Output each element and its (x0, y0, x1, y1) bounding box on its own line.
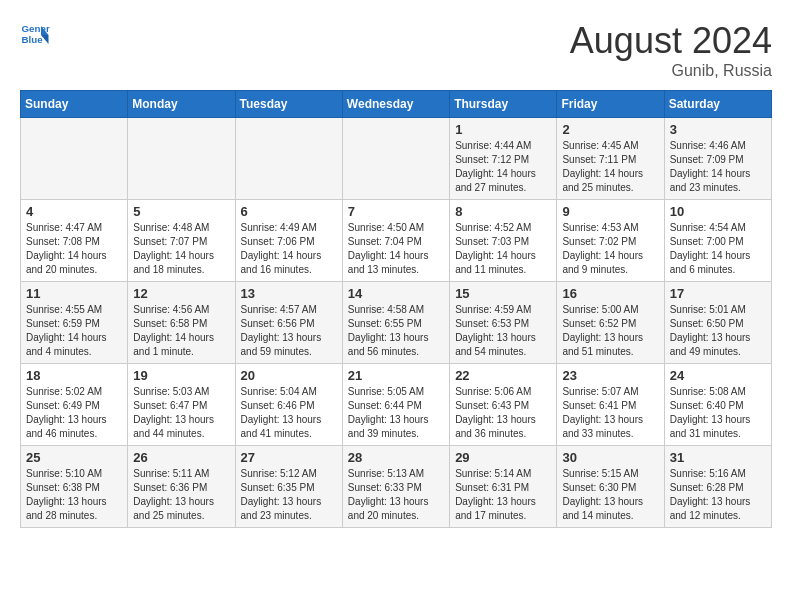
day-number: 12 (133, 286, 229, 301)
week-row-2: 4Sunrise: 4:47 AM Sunset: 7:08 PM Daylig… (21, 200, 772, 282)
day-info: Sunrise: 4:53 AM Sunset: 7:02 PM Dayligh… (562, 221, 658, 277)
day-number: 17 (670, 286, 766, 301)
day-cell: 30Sunrise: 5:15 AM Sunset: 6:30 PM Dayli… (557, 446, 664, 528)
col-header-wednesday: Wednesday (342, 91, 449, 118)
day-number: 19 (133, 368, 229, 383)
month-title: August 2024 (570, 20, 772, 62)
day-cell: 28Sunrise: 5:13 AM Sunset: 6:33 PM Dayli… (342, 446, 449, 528)
day-cell: 10Sunrise: 4:54 AM Sunset: 7:00 PM Dayli… (664, 200, 771, 282)
logo-icon: General Blue (20, 20, 50, 50)
day-number: 8 (455, 204, 551, 219)
day-info: Sunrise: 4:50 AM Sunset: 7:04 PM Dayligh… (348, 221, 444, 277)
day-cell: 14Sunrise: 4:58 AM Sunset: 6:55 PM Dayli… (342, 282, 449, 364)
day-number: 3 (670, 122, 766, 137)
week-row-3: 11Sunrise: 4:55 AM Sunset: 6:59 PM Dayli… (21, 282, 772, 364)
day-cell: 27Sunrise: 5:12 AM Sunset: 6:35 PM Dayli… (235, 446, 342, 528)
page-header: General Blue August 2024 Gunib, Russia (20, 20, 772, 80)
day-number: 21 (348, 368, 444, 383)
day-cell: 12Sunrise: 4:56 AM Sunset: 6:58 PM Dayli… (128, 282, 235, 364)
day-cell: 21Sunrise: 5:05 AM Sunset: 6:44 PM Dayli… (342, 364, 449, 446)
day-number: 6 (241, 204, 337, 219)
day-info: Sunrise: 5:05 AM Sunset: 6:44 PM Dayligh… (348, 385, 444, 441)
day-cell: 16Sunrise: 5:00 AM Sunset: 6:52 PM Dayli… (557, 282, 664, 364)
day-number: 29 (455, 450, 551, 465)
day-info: Sunrise: 5:11 AM Sunset: 6:36 PM Dayligh… (133, 467, 229, 523)
day-cell: 2Sunrise: 4:45 AM Sunset: 7:11 PM Daylig… (557, 118, 664, 200)
day-number: 5 (133, 204, 229, 219)
day-info: Sunrise: 4:55 AM Sunset: 6:59 PM Dayligh… (26, 303, 122, 359)
day-info: Sunrise: 5:14 AM Sunset: 6:31 PM Dayligh… (455, 467, 551, 523)
day-cell (342, 118, 449, 200)
logo: General Blue (20, 20, 52, 50)
day-number: 4 (26, 204, 122, 219)
calendar-table: SundayMondayTuesdayWednesdayThursdayFrid… (20, 90, 772, 528)
day-info: Sunrise: 4:56 AM Sunset: 6:58 PM Dayligh… (133, 303, 229, 359)
day-number: 16 (562, 286, 658, 301)
day-cell (21, 118, 128, 200)
header-row: SundayMondayTuesdayWednesdayThursdayFrid… (21, 91, 772, 118)
day-cell: 4Sunrise: 4:47 AM Sunset: 7:08 PM Daylig… (21, 200, 128, 282)
day-cell: 23Sunrise: 5:07 AM Sunset: 6:41 PM Dayli… (557, 364, 664, 446)
day-number: 10 (670, 204, 766, 219)
day-number: 13 (241, 286, 337, 301)
day-info: Sunrise: 5:10 AM Sunset: 6:38 PM Dayligh… (26, 467, 122, 523)
day-cell: 29Sunrise: 5:14 AM Sunset: 6:31 PM Dayli… (450, 446, 557, 528)
day-number: 2 (562, 122, 658, 137)
day-number: 23 (562, 368, 658, 383)
day-info: Sunrise: 4:58 AM Sunset: 6:55 PM Dayligh… (348, 303, 444, 359)
day-number: 28 (348, 450, 444, 465)
col-header-monday: Monday (128, 91, 235, 118)
day-info: Sunrise: 5:12 AM Sunset: 6:35 PM Dayligh… (241, 467, 337, 523)
day-cell: 31Sunrise: 5:16 AM Sunset: 6:28 PM Dayli… (664, 446, 771, 528)
day-number: 9 (562, 204, 658, 219)
day-cell: 15Sunrise: 4:59 AM Sunset: 6:53 PM Dayli… (450, 282, 557, 364)
day-cell: 25Sunrise: 5:10 AM Sunset: 6:38 PM Dayli… (21, 446, 128, 528)
day-number: 22 (455, 368, 551, 383)
day-info: Sunrise: 4:49 AM Sunset: 7:06 PM Dayligh… (241, 221, 337, 277)
day-info: Sunrise: 4:46 AM Sunset: 7:09 PM Dayligh… (670, 139, 766, 195)
day-cell: 7Sunrise: 4:50 AM Sunset: 7:04 PM Daylig… (342, 200, 449, 282)
day-cell: 19Sunrise: 5:03 AM Sunset: 6:47 PM Dayli… (128, 364, 235, 446)
day-number: 20 (241, 368, 337, 383)
week-row-4: 18Sunrise: 5:02 AM Sunset: 6:49 PM Dayli… (21, 364, 772, 446)
title-block: August 2024 Gunib, Russia (570, 20, 772, 80)
day-info: Sunrise: 5:03 AM Sunset: 6:47 PM Dayligh… (133, 385, 229, 441)
day-cell: 1Sunrise: 4:44 AM Sunset: 7:12 PM Daylig… (450, 118, 557, 200)
col-header-friday: Friday (557, 91, 664, 118)
day-info: Sunrise: 5:06 AM Sunset: 6:43 PM Dayligh… (455, 385, 551, 441)
day-info: Sunrise: 5:02 AM Sunset: 6:49 PM Dayligh… (26, 385, 122, 441)
day-info: Sunrise: 5:16 AM Sunset: 6:28 PM Dayligh… (670, 467, 766, 523)
day-info: Sunrise: 5:00 AM Sunset: 6:52 PM Dayligh… (562, 303, 658, 359)
day-cell: 6Sunrise: 4:49 AM Sunset: 7:06 PM Daylig… (235, 200, 342, 282)
week-row-5: 25Sunrise: 5:10 AM Sunset: 6:38 PM Dayli… (21, 446, 772, 528)
day-number: 30 (562, 450, 658, 465)
col-header-thursday: Thursday (450, 91, 557, 118)
svg-text:Blue: Blue (22, 34, 44, 45)
day-info: Sunrise: 4:57 AM Sunset: 6:56 PM Dayligh… (241, 303, 337, 359)
day-info: Sunrise: 5:04 AM Sunset: 6:46 PM Dayligh… (241, 385, 337, 441)
day-info: Sunrise: 5:07 AM Sunset: 6:41 PM Dayligh… (562, 385, 658, 441)
day-info: Sunrise: 4:52 AM Sunset: 7:03 PM Dayligh… (455, 221, 551, 277)
location: Gunib, Russia (570, 62, 772, 80)
day-info: Sunrise: 4:54 AM Sunset: 7:00 PM Dayligh… (670, 221, 766, 277)
day-info: Sunrise: 5:13 AM Sunset: 6:33 PM Dayligh… (348, 467, 444, 523)
day-cell: 26Sunrise: 5:11 AM Sunset: 6:36 PM Dayli… (128, 446, 235, 528)
day-info: Sunrise: 5:08 AM Sunset: 6:40 PM Dayligh… (670, 385, 766, 441)
day-number: 26 (133, 450, 229, 465)
day-cell: 17Sunrise: 5:01 AM Sunset: 6:50 PM Dayli… (664, 282, 771, 364)
day-info: Sunrise: 5:01 AM Sunset: 6:50 PM Dayligh… (670, 303, 766, 359)
day-number: 27 (241, 450, 337, 465)
day-cell: 5Sunrise: 4:48 AM Sunset: 7:07 PM Daylig… (128, 200, 235, 282)
day-cell: 9Sunrise: 4:53 AM Sunset: 7:02 PM Daylig… (557, 200, 664, 282)
col-header-tuesday: Tuesday (235, 91, 342, 118)
col-header-saturday: Saturday (664, 91, 771, 118)
day-number: 31 (670, 450, 766, 465)
day-cell: 18Sunrise: 5:02 AM Sunset: 6:49 PM Dayli… (21, 364, 128, 446)
day-number: 1 (455, 122, 551, 137)
day-info: Sunrise: 4:48 AM Sunset: 7:07 PM Dayligh… (133, 221, 229, 277)
day-info: Sunrise: 4:59 AM Sunset: 6:53 PM Dayligh… (455, 303, 551, 359)
day-cell: 20Sunrise: 5:04 AM Sunset: 6:46 PM Dayli… (235, 364, 342, 446)
day-cell: 22Sunrise: 5:06 AM Sunset: 6:43 PM Dayli… (450, 364, 557, 446)
day-info: Sunrise: 5:15 AM Sunset: 6:30 PM Dayligh… (562, 467, 658, 523)
svg-text:General: General (22, 23, 51, 34)
